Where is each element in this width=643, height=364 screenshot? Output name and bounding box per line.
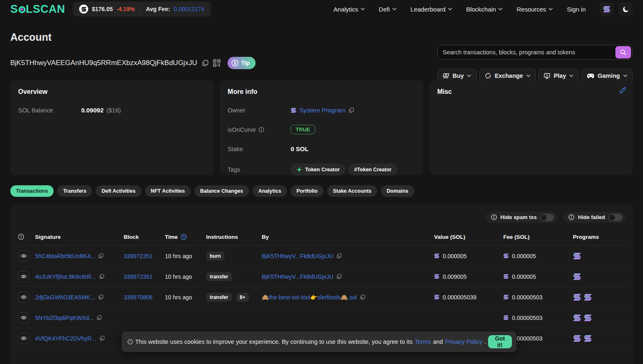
tag-hash-token-creator[interactable]: #Token Creator xyxy=(348,163,397,175)
activity-tabs: Transactions Transfers Defi Activities N… xyxy=(10,185,633,197)
clock-icon[interactable] xyxy=(181,234,187,240)
tab-transfers[interactable]: Transfers xyxy=(57,185,92,197)
help-icon[interactable]: ? xyxy=(18,233,35,240)
copy-icon xyxy=(336,274,342,279)
preview-tx-button[interactable] xyxy=(18,312,29,324)
program-solana-icon[interactable] xyxy=(573,315,581,321)
hide-failed-toggle[interactable]: Hide failed xyxy=(563,212,625,223)
by-link[interactable]: BjK5THhwyV...FkBdUGjxJU xyxy=(262,273,333,280)
preview-tx-button[interactable] xyxy=(18,271,29,282)
tab-nft-activities[interactable]: NFT Activities xyxy=(145,185,191,197)
tab-analytics[interactable]: Analytics xyxy=(253,185,287,197)
qr-code-button[interactable] xyxy=(213,59,221,67)
program-solana-icon[interactable] xyxy=(584,294,592,301)
solana-icon xyxy=(291,108,296,113)
sol-price-pill[interactable]: $176.05 -4.19% Avg Fee: 0.00012174 xyxy=(73,2,211,16)
tab-transactions[interactable]: Transactions xyxy=(10,185,54,197)
toggle-switch[interactable] xyxy=(608,214,622,221)
copy-by-button[interactable] xyxy=(336,253,342,259)
by-link[interactable]: 🙈the-best-sol-tool👉slerftools🙈.sol xyxy=(262,294,357,301)
copy-owner-button[interactable] xyxy=(348,107,354,113)
value-cell: 0.000005039 xyxy=(443,294,476,301)
edit-misc-button[interactable] xyxy=(619,87,626,94)
nav-leaderboard[interactable]: Leaderboard xyxy=(411,6,452,13)
copy-signature-button[interactable] xyxy=(99,336,105,341)
block-link[interactable]: 339972351 xyxy=(124,253,153,259)
program-solana-icon[interactable] xyxy=(573,335,581,342)
solana-icon xyxy=(503,274,509,279)
copy-icon xyxy=(360,294,365,300)
avg-fee-label: Avg Fee: xyxy=(146,6,170,12)
solscan-logo[interactable]: S LSCAN xyxy=(10,3,65,16)
signature-link[interactable]: 4oJUKYfj6oL9K6c6rR... xyxy=(35,273,96,280)
block-link[interactable]: 339970806 xyxy=(124,294,153,301)
got-it-button[interactable]: Got it! xyxy=(488,335,512,348)
more-info-title: More info xyxy=(228,88,415,96)
sol-price: $176.05 xyxy=(92,6,113,12)
solana-network-button[interactable] xyxy=(600,2,614,16)
by-link[interactable]: BjK5THhwyV...FkBdUGjxJU xyxy=(262,253,333,259)
search-button[interactable] xyxy=(615,46,631,58)
summary-cards: Overview SOL Balance 0.09092 ($16) More … xyxy=(10,80,633,175)
owner-link[interactable]: System Program xyxy=(299,107,345,114)
solana-icon xyxy=(434,274,439,279)
preview-tx-button[interactable] xyxy=(18,292,29,303)
terms-link[interactable]: Terms xyxy=(415,338,431,345)
nav-defi[interactable]: Defi xyxy=(379,6,397,13)
sol-balance-label: SOL Balance xyxy=(18,107,81,114)
block-link[interactable]: 339972351 xyxy=(124,273,153,280)
divider xyxy=(140,6,141,12)
copy-by-button[interactable] xyxy=(336,274,342,279)
tab-stake-accounts[interactable]: Stake Accounts xyxy=(327,185,377,197)
solana-icon xyxy=(434,295,439,299)
cookie-banner: This website uses cookies to improve you… xyxy=(122,331,516,352)
tab-balance-changes[interactable]: Balance Changes xyxy=(195,185,249,197)
avg-fee-value: 0.00012174 xyxy=(174,6,204,12)
cookie-conjunction: and xyxy=(433,338,443,345)
search-input[interactable] xyxy=(443,49,615,56)
copy-signature-button[interactable] xyxy=(96,315,102,320)
copy-icon xyxy=(98,294,103,300)
signature-link[interactable]: 5hC4btaRbt5bUnBK4... xyxy=(35,253,95,259)
cookie-message: This website uses cookies to improve you… xyxy=(135,338,413,345)
program-solana-icon[interactable] xyxy=(584,335,592,342)
preview-tx-button[interactable] xyxy=(18,250,29,262)
preview-tx-button[interactable] xyxy=(18,333,29,344)
privacy-policy-link[interactable]: Privacy Policy xyxy=(445,338,482,345)
tag-label: #Token Creator xyxy=(354,167,392,173)
signature-link[interactable]: 5NYbZf3qdiPqKWXd... xyxy=(35,315,94,321)
program-solana-icon[interactable] xyxy=(573,273,581,280)
nav-analytics[interactable]: Analytics xyxy=(333,6,365,13)
info-icon[interactable] xyxy=(258,127,264,133)
tab-portfolio[interactable]: Portfolio xyxy=(291,185,323,197)
signature-link[interactable]: 4VfQK4YFhC2DVhyR... xyxy=(35,335,96,342)
copy-signature-button[interactable] xyxy=(99,274,104,279)
hide-spam-toggle[interactable]: Hide spam txs xyxy=(486,212,557,223)
tab-defi-activities[interactable]: Defi Activities xyxy=(96,185,141,197)
fee-cell: 0.00000503 xyxy=(512,294,542,301)
signature-link[interactable]: 2djGkGWhD3EA5MK... xyxy=(35,294,95,301)
nav-label: Blockchain xyxy=(466,6,496,13)
time-cell: 10 hrs ago xyxy=(165,273,206,280)
nav-blockchain[interactable]: Blockchain xyxy=(466,6,503,13)
program-solana-icon[interactable] xyxy=(584,315,592,321)
toggle-switch[interactable] xyxy=(540,214,554,221)
copy-by-button[interactable] xyxy=(360,294,365,300)
sign-in-button[interactable]: Sign in xyxy=(567,6,586,13)
chevron-down-icon xyxy=(569,75,573,77)
more-instructions-badge[interactable]: 8+ xyxy=(236,293,249,302)
nav-resources[interactable]: Resources xyxy=(516,6,553,13)
program-solana-icon[interactable] xyxy=(573,294,581,301)
sparkle-icon xyxy=(296,167,302,173)
copy-signature-button[interactable] xyxy=(98,253,103,259)
copy-icon xyxy=(98,253,103,259)
copy-address-button[interactable] xyxy=(202,60,209,67)
copy-signature-button[interactable] xyxy=(98,294,103,300)
theme-toggle-button[interactable] xyxy=(619,2,633,16)
tab-domains[interactable]: Domains xyxy=(381,185,414,197)
col-signature: Signature xyxy=(35,234,124,240)
tip-button[interactable]: $ Tip xyxy=(228,57,256,69)
tag-token-creator[interactable]: Token Creator xyxy=(291,163,345,175)
program-solana-icon[interactable] xyxy=(573,253,581,259)
fee-cell: 0.000005 xyxy=(512,273,536,280)
